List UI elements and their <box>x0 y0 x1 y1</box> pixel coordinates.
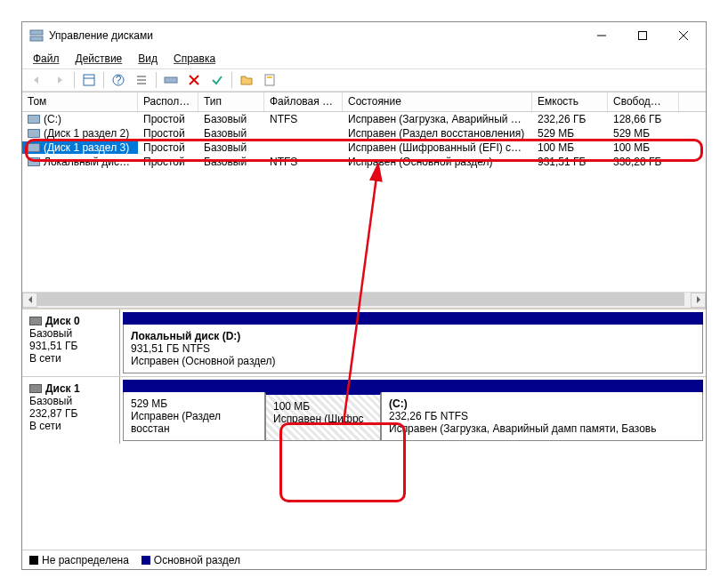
refresh-button[interactable] <box>78 70 100 90</box>
svg-rect-0 <box>30 30 43 35</box>
svg-rect-17 <box>267 76 272 78</box>
list-button[interactable] <box>131 70 152 90</box>
minimize-button[interactable] <box>581 22 622 49</box>
svg-rect-3 <box>639 32 647 40</box>
properties-button[interactable] <box>259 70 280 90</box>
back-button[interactable] <box>26 70 47 90</box>
column-status[interactable]: Состояние <box>343 92 532 111</box>
app-icon <box>29 28 44 43</box>
toolbar-separator <box>103 72 104 88</box>
volume-capacity: 232,26 ГБ <box>532 113 608 125</box>
horizontal-scrollbar[interactable] <box>22 292 706 307</box>
menu-action[interactable]: Действие <box>69 51 130 67</box>
volume-type: Базовый <box>198 127 264 140</box>
partition-status: Исправен (Основной раздел) <box>131 355 695 367</box>
volume-type: Базовый <box>198 141 264 154</box>
volume-status: Исправен (Основной раздел) <box>343 156 532 168</box>
legend-primary: Основной раздел <box>142 554 240 566</box>
svg-rect-16 <box>265 75 274 85</box>
partition-size: 529 МБ <box>131 397 257 410</box>
volume-capacity: 529 МБ <box>532 127 608 140</box>
table-row[interactable]: (Диск 1 раздел 2)ПростойБазовыйИсправен … <box>22 126 706 140</box>
partition-size: 232,26 ГБ NTFS <box>389 410 695 422</box>
disk-name: Диск 1 <box>29 382 112 395</box>
volume-name: (Диск 1 раздел 3) <box>22 141 138 154</box>
volume-name: (Диск 1 раздел 2) <box>22 127 138 140</box>
maximize-button[interactable] <box>622 22 663 49</box>
partition-label: Локальный диск (D:) <box>131 330 695 342</box>
disk-name: Диск 0 <box>29 315 112 327</box>
validate-button[interactable] <box>206 70 228 90</box>
menu-view[interactable]: Вид <box>131 51 165 67</box>
volume-type: Базовый <box>198 113 264 125</box>
disk-button[interactable] <box>160 70 182 90</box>
partition[interactable]: Локальный диск (D:)931,51 ГБ NTFSИсправе… <box>123 325 703 373</box>
scroll-track[interactable] <box>37 293 691 308</box>
table-row[interactable]: Локальный диск (…ПростойБазовыйNTFSИспра… <box>22 155 706 169</box>
disk-graphical-view: Диск 0Базовый931,51 ГБВ сетиЛокальный ди… <box>22 309 706 550</box>
folder-button[interactable] <box>236 70 257 90</box>
volume-layout: Простой <box>138 156 198 168</box>
volume-free: 330,20 ГБ <box>608 156 679 168</box>
legend-unallocated: Не распределена <box>29 554 129 566</box>
disk-info: Диск 1Базовый232,87 ГБВ сети <box>22 377 120 444</box>
disk-icon <box>29 384 42 393</box>
disk-management-window: Управление дисками Файл Действие Вид Спр… <box>21 21 707 570</box>
forward-button[interactable] <box>49 70 70 90</box>
scroll-right-button[interactable] <box>691 293 706 308</box>
volume-icon <box>28 129 40 138</box>
column-volume[interactable]: Том <box>22 92 138 111</box>
disk-block: Диск 1Базовый232,87 ГБВ сети529 МБИсправ… <box>22 376 706 444</box>
partition-status: Исправен (Раздел восстан <box>131 410 257 435</box>
column-free[interactable]: Свобод… <box>608 92 679 111</box>
disk-type: Базовый <box>29 327 112 340</box>
column-capacity[interactable]: Емкость <box>532 92 608 111</box>
table-row[interactable]: (Диск 1 раздел 3)ПростойБазовыйИсправен … <box>22 140 706 155</box>
volume-status: Исправен (Загрузка, Аварийный дамп … <box>343 113 532 125</box>
column-layout[interactable]: Располо… <box>138 92 198 111</box>
volume-icon <box>28 157 40 166</box>
column-type[interactable]: Тип <box>198 92 264 111</box>
delete-button[interactable] <box>183 70 205 90</box>
scroll-left-button[interactable] <box>22 293 37 308</box>
column-filesystem[interactable]: Файловая с… <box>264 92 343 111</box>
volume-free: 100 МБ <box>608 141 679 154</box>
partition[interactable]: (C:)232,26 ГБ NTFSИсправен (Загрузка, Ав… <box>381 392 703 441</box>
table-row[interactable]: (C:)ПростойБазовыйNTFSИсправен (Загрузка… <box>22 112 706 126</box>
volume-status: Исправен (Раздел восстановления) <box>343 127 532 140</box>
close-button[interactable] <box>663 22 704 49</box>
volume-status: Исправен (Шифрованный (EFI) систем… <box>343 141 532 154</box>
disk-header-bar <box>123 312 703 325</box>
volume-fs: NTFS <box>264 113 343 125</box>
volume-layout: Простой <box>138 113 198 125</box>
menu-help[interactable]: Справка <box>166 51 222 67</box>
svg-text:?: ? <box>116 74 122 86</box>
legend: Не распределена Основной раздел <box>22 550 706 569</box>
window-buttons <box>581 22 704 49</box>
blue-square-icon <box>142 556 150 565</box>
svg-rect-1 <box>30 36 43 41</box>
partition-size: 100 МБ <box>273 400 373 413</box>
table-body: (C:)ПростойБазовыйNTFSИсправен (Загрузка… <box>22 112 706 292</box>
volume-free: 128,66 ГБ <box>608 113 679 125</box>
help-button[interactable]: ? <box>108 70 129 90</box>
volume-icon <box>28 143 40 152</box>
partition-status: Исправен (Загрузка, Аварийный дамп памят… <box>389 422 695 435</box>
titlebar: Управление дисками <box>22 22 706 49</box>
disk-status: В сети <box>29 352 112 365</box>
disk-size: 931,51 ГБ <box>29 340 112 352</box>
disk-header-bar <box>123 380 703 392</box>
volume-type: Базовый <box>198 156 264 168</box>
partition[interactable]: 100 МБИсправен (Шифрс <box>265 392 381 441</box>
volume-name: Локальный диск (… <box>22 156 138 168</box>
disk-status: В сети <box>29 420 112 432</box>
menu-file[interactable]: Файл <box>26 51 67 67</box>
disk-size: 232,87 ГБ <box>29 407 112 420</box>
scroll-thumb[interactable] <box>37 293 684 306</box>
table-header: Том Располо… Тип Файловая с… Состояние Е… <box>22 92 706 112</box>
partition[interactable]: 529 МБИсправен (Раздел восстан <box>123 392 265 441</box>
partition-status: Исправен (Шифрс <box>273 413 373 425</box>
partition-label: (C:) <box>389 397 695 410</box>
disk-type: Базовый <box>29 395 112 407</box>
volume-capacity: 931,51 ГБ <box>532 156 608 168</box>
